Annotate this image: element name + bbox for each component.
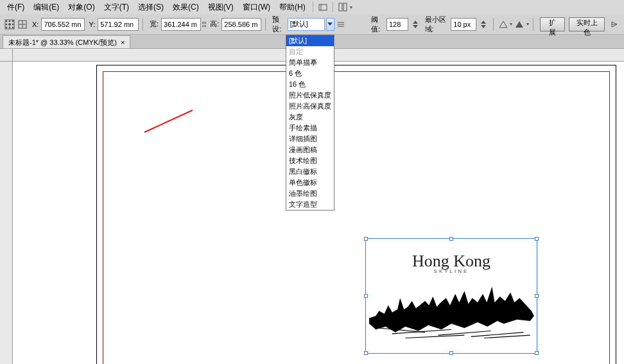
menu-help[interactable]: 帮助(H) — [275, 0, 310, 14]
dropdown-arrow-icon[interactable]: ▾ — [350, 4, 352, 10]
link-wh-toggle[interactable] — [202, 22, 206, 27]
ruler-corner[interactable] — [0, 49, 13, 62]
preset-label: 预设: — [270, 15, 286, 34]
preset-option[interactable]: [默认] — [286, 35, 334, 46]
h-input[interactable] — [221, 18, 261, 31]
separator — [533, 18, 533, 31]
menu-window[interactable]: 窗口(W) — [238, 0, 275, 14]
svg-point-5 — [6, 21, 7, 22]
transform-reference-icon[interactable] — [17, 17, 28, 31]
svg-point-11 — [6, 27, 7, 28]
resize-handle[interactable] — [364, 351, 368, 355]
separator — [313, 2, 313, 12]
dropdown-arrow-icon[interactable]: ▾ — [526, 21, 529, 27]
resize-handle[interactable] — [449, 237, 453, 241]
svg-point-6 — [9, 21, 10, 22]
resize-handle[interactable] — [364, 294, 368, 298]
preset-option[interactable]: 单色徽标 — [286, 177, 334, 188]
selected-image[interactable]: Hong Kong SKYLINE — [365, 238, 537, 354]
y-input[interactable] — [98, 18, 139, 31]
reference-point-widget[interactable] — [4, 17, 15, 31]
svg-line-33 — [405, 335, 464, 338]
svg-point-9 — [9, 23, 11, 25]
hong-kong-skyline-image: Hong Kong SKYLINE — [366, 239, 537, 353]
h-label: 高: — [207, 19, 220, 29]
arrange-icon[interactable] — [336, 0, 350, 14]
preset-dropdown-list: [默认] 自定 简单描摹 6 色 16 色 照片低保真度 照片高保真度 灰度 手… — [286, 35, 334, 211]
preset-option[interactable]: 漫画图稿 — [286, 144, 334, 155]
preset-option[interactable]: 技术绘图 — [286, 155, 334, 166]
resize-handle[interactable] — [535, 294, 539, 298]
svg-marker-24 — [481, 25, 486, 28]
svg-point-7 — [12, 21, 13, 22]
svg-point-10 — [12, 24, 13, 25]
preset-option[interactable]: 文字造型 — [286, 199, 334, 210]
threshold-input[interactable] — [386, 18, 408, 31]
preset-option[interactable]: 手绘素描 — [286, 123, 334, 134]
close-tab-icon[interactable]: × — [121, 36, 125, 49]
document-tab[interactable]: 未标题-1* @ 33.33% (CMYK/预览) × — [3, 35, 130, 48]
menu-bar: 件(F) 编辑(E) 对象(O) 文字(T) 选择(S) 效果(C) 视图(V)… — [0, 0, 624, 14]
y-label: Y: — [86, 21, 96, 28]
document-tab-title: 未标题-1* @ 33.33% (CMYK/预览) — [8, 36, 117, 49]
preset-combo-button[interactable] — [326, 18, 334, 31]
menu-select[interactable]: 选择(S) — [134, 0, 168, 14]
separator — [493, 18, 494, 31]
menu-edit[interactable]: 编辑(E) — [29, 0, 64, 14]
resize-handle[interactable] — [364, 237, 368, 241]
menu-file[interactable]: 件(F) — [3, 0, 29, 14]
expand-button[interactable]: 扩展 — [540, 17, 565, 31]
separator — [265, 18, 266, 31]
trace-preview-1-icon[interactable] — [498, 17, 509, 31]
resize-handle[interactable] — [535, 351, 539, 355]
panel-options-icon[interactable] — [609, 17, 620, 31]
svg-point-8 — [6, 24, 7, 25]
control-bar: X: Y: 宽: 高: 预设: 阈值: 最小区域: ▾ ▾ 扩展 实时上色 — [0, 14, 624, 35]
live-paint-button[interactable]: 实时上色 — [569, 17, 605, 31]
min-region-label: 最小区域: — [422, 15, 450, 34]
preset-options-icon[interactable] — [336, 17, 347, 31]
separator — [333, 2, 333, 12]
threshold-stepper[interactable] — [410, 17, 421, 31]
menu-effect[interactable]: 效果(C) — [168, 0, 204, 14]
resize-handle[interactable] — [535, 237, 539, 241]
preset-option[interactable]: 照片高保真度 — [286, 101, 334, 112]
menu-object[interactable]: 对象(O) — [64, 0, 99, 14]
svg-line-34 — [484, 335, 530, 338]
svg-point-13 — [12, 27, 13, 28]
svg-point-12 — [9, 27, 10, 28]
ruler-vertical[interactable] — [0, 62, 13, 364]
threshold-label: 阈值: — [368, 15, 385, 34]
svg-marker-23 — [481, 21, 486, 24]
min-region-input[interactable] — [451, 18, 476, 31]
preset-option[interactable]: 简单描摹 — [286, 57, 334, 68]
svg-rect-0 — [319, 4, 327, 10]
preset-option[interactable]: 黑白徽标 — [286, 166, 334, 177]
image-subtitle: SKYLINE — [434, 268, 469, 274]
svg-rect-3 — [343, 3, 347, 11]
preset-option[interactable]: 详细插图 — [286, 134, 334, 144]
min-region-stepper[interactable] — [478, 17, 489, 31]
preset-option[interactable]: 灰度 — [286, 112, 334, 123]
svg-line-31 — [438, 331, 491, 335]
menu-type[interactable]: 文字(T) — [100, 0, 134, 14]
menu-view[interactable]: 视图(V) — [204, 0, 238, 14]
separator — [143, 18, 143, 31]
bridge-icon[interactable] — [316, 0, 330, 14]
resize-handle[interactable] — [449, 351, 453, 355]
svg-marker-17 — [327, 22, 333, 26]
preset-option[interactable]: 16 色 — [286, 79, 334, 90]
x-label: X: — [30, 21, 40, 28]
preset-option-disabled: 自定 — [286, 46, 334, 57]
svg-rect-2 — [339, 3, 342, 11]
w-label: 宽: — [147, 19, 160, 29]
w-input[interactable] — [161, 18, 201, 31]
preset-option[interactable]: 6 色 — [286, 68, 334, 79]
x-input[interactable] — [41, 18, 85, 31]
trace-preview-2-icon[interactable] — [514, 17, 525, 31]
preset-option[interactable]: 照片低保真度 — [286, 90, 334, 101]
svg-marker-22 — [413, 25, 418, 28]
dropdown-arrow-icon[interactable]: ▾ — [510, 21, 512, 27]
preset-option[interactable]: 油墨绘图 — [286, 188, 334, 199]
preset-combo-input[interactable] — [288, 18, 325, 31]
